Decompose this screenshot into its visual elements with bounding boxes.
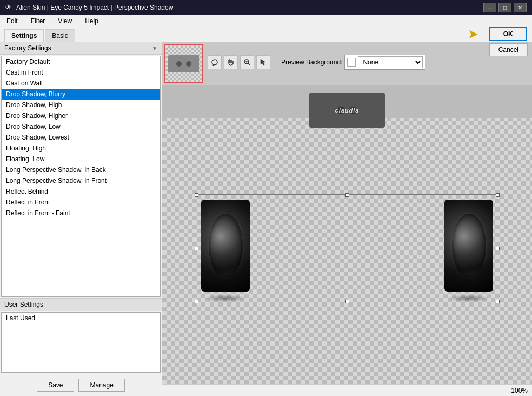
cassette-thumb [168, 55, 200, 72]
tab-basic[interactable]: Basic [45, 29, 75, 42]
handle-tr[interactable] [496, 193, 500, 197]
ok-button[interactable]: OK [489, 27, 527, 41]
manage-button[interactable]: Manage [78, 379, 124, 392]
left-panel: Factory Settings ▼ Factory Default Cast … [0, 42, 162, 396]
menu-edit[interactable]: Edit [4, 16, 20, 26]
cassette-dot-left [176, 61, 182, 67]
list-item-drop-shadow-higher[interactable]: Drop Shadow, Higher [2, 110, 160, 121]
factory-settings-label: Factory Settings [4, 44, 51, 52]
list-item-drop-shadow-blurry[interactable]: Drop Shadow, Blurry [2, 89, 160, 100]
zoom-level: 100% [511, 387, 528, 394]
speaker-right-shadow [447, 294, 490, 302]
tab-bar: Settings Basic [0, 27, 532, 42]
tab-settings[interactable]: Settings [4, 29, 44, 42]
speaker-left [201, 200, 250, 292]
menu-help[interactable]: Help [83, 16, 101, 26]
lasso-tool-icon[interactable] [208, 55, 222, 69]
factory-settings-section: Factory Settings ▼ Factory Default Cast … [0, 42, 162, 299]
speaker-right-body [444, 200, 493, 292]
user-settings-section: User Settings Last Used [0, 299, 162, 374]
list-item-long-persp-front[interactable]: Long Perspective Shadow, in Front [2, 175, 160, 186]
close-button[interactable]: ✕ [514, 3, 527, 12]
cassette-label-text: claudia [335, 107, 360, 114]
list-item-cast-wall[interactable]: Cast on Wall [2, 78, 160, 89]
preview-toolbar-area: Preview Background: None White Black Cus… [162, 42, 532, 86]
right-panel: Preview Background: None White Black Cus… [162, 42, 532, 396]
svg-line-2 [248, 63, 250, 65]
zoom-tool-icon[interactable] [240, 55, 254, 69]
list-item-cast-front[interactable]: Cast in Front [2, 67, 160, 78]
speaker-left-shadow [204, 294, 247, 302]
list-item-reflect-behind[interactable]: Reflect Behind [2, 186, 160, 197]
toolbar-right: Preview Background: None White Black Cus… [208, 44, 530, 83]
title-bar-left: 👁 Alien Skin | Eye Candy 5 Impact | Pers… [5, 4, 173, 11]
cassette-dot-right [186, 61, 191, 67]
save-button[interactable]: Save [37, 379, 74, 392]
list-item-drop-shadow-lowest[interactable]: Drop Shadow, Lowest [2, 132, 160, 143]
factory-settings-header: Factory Settings ▼ [0, 42, 162, 55]
speaker-left-cone [209, 214, 243, 278]
factory-settings-list[interactable]: Factory Default Cast in Front Cast on Wa… [1, 56, 161, 297]
list-item-reflect-front-faint[interactable]: Reflect in Front - Faint [2, 208, 160, 219]
speaker-right-cone [452, 214, 486, 278]
handle-bl[interactable] [195, 300, 198, 303]
list-item-floating-high[interactable]: Floating, High [2, 143, 160, 154]
preview-area: claudia [162, 86, 532, 384]
ok-arrow-icon: ➤ [468, 27, 478, 42]
list-item-drop-shadow-low[interactable]: Drop Shadow, Low [2, 121, 160, 132]
cancel-button[interactable]: Cancel [489, 43, 528, 56]
list-item-floating-low[interactable]: Floating, Low [2, 154, 160, 164]
list-item-factory-default[interactable]: Factory Default [2, 56, 160, 67]
preview-bg-select[interactable]: None White Black Custom [358, 56, 423, 68]
handle-tm[interactable] [345, 193, 349, 197]
app-icon: 👁 [5, 4, 12, 11]
user-settings-header: User Settings [0, 299, 162, 311]
title-bar-controls: ─ □ ✕ [483, 3, 527, 12]
menu-bar: Edit Filter View Help [0, 15, 532, 27]
minimize-button[interactable]: ─ [483, 3, 496, 12]
window-title: Alien Skin | Eye Candy 5 Impact | Perspe… [16, 4, 173, 11]
handle-ml[interactable] [195, 247, 198, 250]
list-item-drop-shadow-high[interactable]: Drop Shadow, High [2, 100, 160, 110]
handle-bm[interactable] [345, 300, 349, 303]
maximize-button[interactable]: □ [498, 3, 511, 12]
menu-view[interactable]: View [56, 16, 74, 26]
preview-bg-label: Preview Background: [281, 58, 342, 66]
preview-bg-select-container[interactable]: None White Black Custom [344, 55, 425, 70]
speaker-left-body [201, 200, 250, 292]
preview-bg-color-swatch [347, 58, 356, 67]
panel-buttons: Save Manage [0, 374, 162, 396]
handle-br[interactable] [496, 300, 500, 303]
toolbar-icons: Preview Background: None White Black Cus… [208, 55, 530, 70]
preview-thumbnail [164, 44, 203, 83]
list-item-last-used[interactable]: Last Used [2, 313, 160, 324]
handle-tl[interactable] [195, 193, 198, 197]
preview-speakers-container [196, 194, 498, 302]
user-settings-label: User Settings [4, 301, 43, 308]
arrow-tool-icon[interactable] [256, 55, 270, 69]
speaker-right [444, 200, 493, 292]
list-item-reflect-front[interactable]: Reflect in Front [2, 197, 160, 208]
main-content: Factory Settings ▼ Factory Default Cast … [0, 42, 532, 396]
user-settings-list[interactable]: Last Used [1, 312, 161, 373]
list-item-long-persp-back[interactable]: Long Perspective Shadow, in Back [2, 164, 160, 175]
hand-tool-icon[interactable] [224, 55, 238, 69]
scroll-indicator: ▼ [152, 45, 157, 51]
svg-point-0 [212, 60, 217, 65]
title-bar: 👁 Alien Skin | Eye Candy 5 Impact | Pers… [0, 0, 532, 15]
handle-mr[interactable] [496, 247, 500, 250]
status-bar: 100% [162, 384, 532, 396]
menu-filter[interactable]: Filter [29, 16, 48, 26]
preview-cassette-small: claudia [309, 93, 385, 128]
